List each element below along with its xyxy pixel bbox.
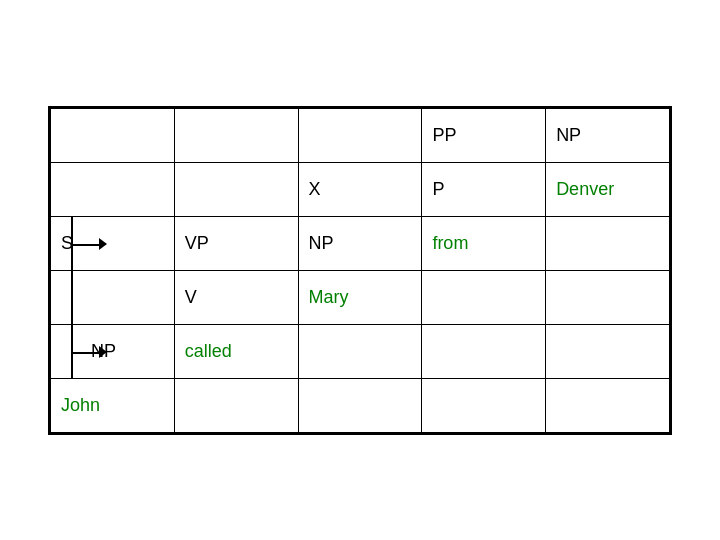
table-row: NP called	[51, 324, 670, 378]
table-row: John	[51, 378, 670, 432]
cell-r2c1	[51, 162, 175, 216]
cell-r2c4: P	[422, 162, 546, 216]
cell-s: S	[51, 216, 175, 270]
cell-r4c2: V	[174, 270, 298, 324]
cell-r3c3: NP	[298, 216, 422, 270]
cell-r2c3: X	[298, 162, 422, 216]
cell-r1c1	[51, 108, 175, 162]
table-row: S VP NP from	[51, 216, 670, 270]
cell-r1c3	[298, 108, 422, 162]
cell-r1c5: NP	[546, 108, 670, 162]
cell-r4c1	[51, 270, 175, 324]
cell-r3c2: VP	[174, 216, 298, 270]
cell-r1c4: PP	[422, 108, 546, 162]
cell-r5c3	[298, 324, 422, 378]
cell-r6c1: John	[51, 378, 175, 432]
cell-r1c2	[174, 108, 298, 162]
s-arrow	[99, 238, 107, 250]
cell-r5c5	[546, 324, 670, 378]
cell-r2c5: Denver	[546, 162, 670, 216]
cell-r3c5	[546, 216, 670, 270]
cell-r6c5	[546, 378, 670, 432]
table-row: V Mary	[51, 270, 670, 324]
cell-r4c4	[422, 270, 546, 324]
cell-r4c5	[546, 270, 670, 324]
cell-r2c2	[174, 162, 298, 216]
cell-r5c4	[422, 324, 546, 378]
cell-r3c4: from	[422, 216, 546, 270]
table-row: X P Denver	[51, 162, 670, 216]
cell-r6c2	[174, 378, 298, 432]
cell-r6c4	[422, 378, 546, 432]
s-horizontal-line	[71, 244, 101, 246]
cell-r4c3: Mary	[298, 270, 422, 324]
syntax-tree-table: PP NP X P Denver	[48, 106, 672, 435]
table-row: PP NP	[51, 108, 670, 162]
cell-r5c2: called	[174, 324, 298, 378]
cell-r6c3	[298, 378, 422, 432]
cell-r5c1: NP	[51, 324, 175, 378]
